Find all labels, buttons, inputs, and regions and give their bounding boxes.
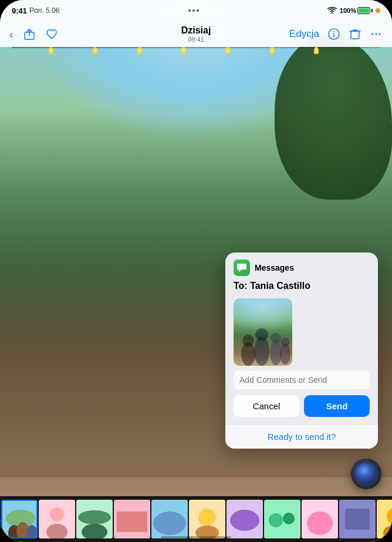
thumbnail-item[interactable] (114, 500, 150, 538)
more-button[interactable] (370, 28, 383, 41)
send-button[interactable]: Send (304, 395, 370, 417)
nav-center: Dzisiaj 09:41 (181, 25, 211, 43)
popup-app-name: Messages (255, 263, 294, 272)
thumb-photo (227, 500, 263, 538)
nav-title: Dzisiaj (181, 25, 211, 36)
dot3 (197, 9, 199, 12)
battery-icon: 100% (340, 7, 373, 14)
thumbnail-item[interactable] (377, 500, 392, 538)
svg-point-10 (242, 335, 254, 346)
thumbnail-strip (0, 496, 392, 542)
thumbnail-item[interactable] (264, 500, 300, 538)
status-left: 9:41 Pon. 5.06 (12, 6, 59, 15)
cancel-button[interactable]: Cancel (234, 395, 299, 417)
popup-photo (234, 298, 292, 366)
thumbnail-item[interactable] (39, 500, 75, 538)
favorite-button[interactable] (45, 28, 58, 41)
svg-point-14 (271, 333, 281, 344)
thumb-photo (151, 500, 188, 538)
thumb-photo (114, 500, 150, 538)
svg-point-6 (372, 33, 374, 35)
popup-to: To: Tania Castillo (225, 280, 378, 296)
svg-point-38 (269, 513, 283, 527)
dot2 (192, 9, 195, 12)
back-button[interactable]: ‹ (9, 28, 13, 41)
siri-button[interactable] (351, 459, 381, 489)
thumbnail-item[interactable] (302, 500, 338, 538)
siri-glow (356, 463, 377, 484)
status-dots (188, 9, 199, 12)
messages-icon (234, 260, 250, 276)
thumb-photo (189, 500, 225, 538)
dot1 (188, 9, 191, 12)
thumbnail-item[interactable] (151, 500, 188, 538)
orange-dot (376, 8, 380, 13)
wifi-icon (327, 7, 337, 14)
thumbnail-item[interactable] (76, 500, 113, 538)
nav-subtitle: 09:41 (181, 36, 211, 43)
svg-rect-5 (351, 31, 359, 39)
thumb-photo (339, 500, 376, 538)
svg-point-33 (198, 509, 216, 526)
popup-header: Messages (225, 253, 378, 280)
svg-point-7 (376, 33, 377, 35)
nav-left: ‹ (9, 28, 58, 41)
string-lights (12, 47, 380, 70)
svg-rect-29 (117, 511, 147, 532)
comment-input[interactable] (234, 371, 370, 389)
thumb-photo (377, 500, 392, 538)
svg-point-3 (333, 31, 334, 32)
svg-point-23 (50, 507, 64, 521)
thumbnail-item[interactable] (189, 500, 225, 538)
info-button[interactable] (327, 28, 340, 41)
ready-to-send[interactable]: Ready to send it? (225, 424, 378, 449)
svg-point-31 (153, 511, 186, 535)
svg-point-8 (379, 33, 381, 35)
edit-button[interactable]: Edycja (289, 28, 319, 40)
time-label: 9:41 (12, 6, 27, 15)
svg-point-41 (307, 511, 333, 535)
svg-point-12 (255, 328, 268, 341)
thumb-photo (2, 501, 38, 538)
messages-bubble-icon (236, 262, 247, 273)
share-popup: Messages To: Tania Castillo (225, 253, 378, 449)
home-indicator (161, 536, 231, 538)
thumb-photo (302, 500, 338, 538)
svg-point-0 (332, 12, 333, 14)
thumb-photo (264, 500, 300, 538)
status-bar: 9:41 Pon. 5.06 100% (0, 0, 392, 21)
thumbnail-item[interactable] (227, 500, 263, 538)
thumbnail-item[interactable] (339, 500, 376, 538)
svg-point-26 (78, 510, 111, 524)
device-frame: 9:41 Pon. 5.06 100% (0, 0, 392, 542)
popup-buttons: Cancel Send (225, 395, 378, 424)
svg-point-36 (230, 510, 259, 531)
svg-rect-43 (345, 509, 370, 530)
thumb-photo (76, 500, 113, 538)
status-right: 100% (327, 7, 380, 14)
thumb-photo (39, 500, 75, 538)
svg-point-16 (281, 338, 290, 347)
share-button[interactable] (23, 28, 36, 41)
nav-right: Edycja (289, 28, 383, 41)
svg-point-39 (283, 513, 295, 524)
day-label: Pon. 5.06 (29, 6, 59, 15)
popup-photo-people (234, 298, 292, 366)
thumbnail-item[interactable] (1, 500, 38, 538)
popup-photo-container (225, 296, 378, 371)
nav-bar: ‹ Dzisiaj 09:41 Edycja (0, 21, 392, 47)
battery-percent: 100% (340, 7, 356, 14)
delete-button[interactable] (349, 28, 361, 41)
